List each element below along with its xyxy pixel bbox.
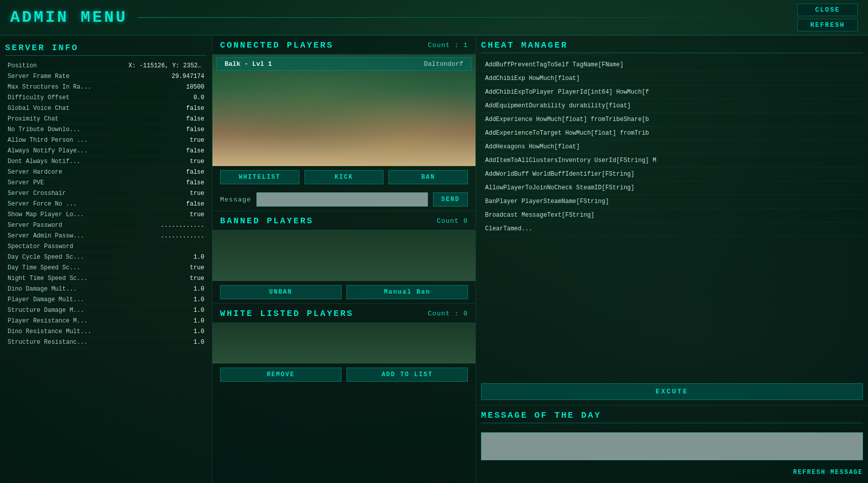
server-info-row: Allow Third Person ...true (5, 135, 207, 146)
server-info-row: Server Admin Passw............... (5, 231, 207, 242)
cheat-item[interactable]: AddItemToAllClustersInventory UserId[FSt… (481, 154, 863, 168)
unban-button[interactable]: UNBAN (220, 285, 341, 299)
kick-button[interactable]: KICK (305, 170, 384, 184)
server-info-panel: SERVER INFO PositionX: -115126, Y: 23528… (0, 35, 212, 483)
server-info-row: Server Password............ (5, 220, 207, 231)
info-label: Always Notify Playe... (8, 147, 88, 154)
info-value: 0.0 (193, 94, 204, 101)
server-info-row: Server Frame Rate29.947174 (5, 71, 207, 82)
server-info-row: No Tribute Downlo...false (5, 125, 207, 135)
whitelist-button[interactable]: WHITELIST (220, 170, 299, 184)
server-info-row: Server Force No ...false (5, 199, 207, 210)
cheat-manager-title: CHEAT MANAGER (481, 41, 863, 53)
info-label: Show Map Player Lo... (8, 211, 84, 218)
info-value: 1.0 (193, 307, 204, 314)
cheat-item[interactable]: AddEquipmentDurability durability[float] (481, 99, 863, 113)
execute-button[interactable]: EXCUTE (481, 383, 863, 400)
motd-panel: MESSAGE OF THE DAY REFRESH MESSAGE (476, 406, 868, 483)
info-value: true (190, 211, 204, 218)
whitelist-panel: WHITE LISTED PLAYERS Count : 0 REMOVE AD… (212, 304, 475, 483)
cheat-item[interactable]: AddExperience HowMuch[float] fromTribeSh… (481, 113, 863, 127)
server-info-row: Player Damage Mult...1.0 (5, 295, 207, 305)
cheat-item[interactable]: AddWorldBuff WorldBuffIdentifier[FString… (481, 168, 863, 181)
banned-players-header: BANNED PLAYERS Count 0 (212, 211, 475, 230)
cheat-item[interactable]: ClearTamed... (481, 222, 863, 236)
info-label: No Tribute Downlo... (8, 126, 80, 133)
whitelist-header: WHITE LISTED PLAYERS Count : 0 (212, 304, 475, 323)
server-info-row: Server Hardcorefalse (5, 167, 207, 178)
info-value: true (190, 264, 204, 271)
info-label: Structure Resistanc... (8, 339, 88, 346)
server-info-row: Server PVEfalse (5, 178, 207, 188)
info-value: false (186, 200, 204, 208)
info-value: ............ (161, 232, 204, 239)
cheat-item[interactable]: AddChibiExp HowMuch[float] (481, 72, 863, 86)
info-value: false (186, 169, 204, 176)
info-label: Server Frame Rate (8, 73, 69, 80)
info-label: Server Password (8, 222, 62, 229)
info-label: Server Force No ... (8, 200, 77, 208)
info-value: true (190, 190, 204, 197)
info-label: Global Voice Chat (8, 105, 69, 112)
cheat-item[interactable]: AddBuffPreventTagToSelf TagName[FName] (481, 58, 863, 72)
server-info-row: Player Resistance M...1.0 (5, 316, 207, 327)
send-button[interactable]: SEND (433, 192, 468, 207)
cheat-item[interactable]: AddExperienceToTarget HowMuch[float] fro… (481, 127, 863, 140)
cheat-item[interactable]: AllowPlayerToJoinNoCheck SteamID[FString… (481, 181, 863, 195)
cheat-manager-panel: CHEAT MANAGER AddBuffPreventTagToSelf Ta… (476, 35, 868, 406)
info-value: 1.0 (193, 254, 204, 261)
player-actions: WHITELIST KICK BAN (212, 166, 475, 188)
info-value: 1.0 (193, 328, 204, 335)
player-row[interactable]: Balk - Lvl 1 Daltondorf (216, 57, 471, 71)
server-info-row: Server Crosshairtrue (5, 188, 207, 199)
info-label: Player Damage Mult... (8, 296, 84, 303)
motd-input[interactable] (481, 432, 863, 460)
banned-players-panel: BANNED PLAYERS Count 0 UNBAN Manual Ban (212, 211, 475, 304)
server-info-row: Spectator Password (5, 242, 207, 252)
cheat-item[interactable]: AddChibiExpToPlayer PlayerId[int64] HowM… (481, 86, 863, 99)
manual-ban-button[interactable]: Manual Ban (346, 285, 468, 299)
info-label: Day Cycle Speed Sc... (8, 254, 84, 261)
banned-players-count: Count 0 (437, 217, 468, 225)
add-to-list-button[interactable]: ADD TO LIST (346, 368, 468, 382)
cheat-item[interactable]: Broadcast MessageText[FString] (481, 209, 863, 222)
server-info-row: Day Time Speed Sc...true (5, 263, 207, 273)
player-name: Balk - Lvl 1 (225, 60, 272, 68)
whitelist-title: WHITE LISTED PLAYERS (220, 309, 354, 318)
message-row: Message SEND (212, 188, 475, 211)
server-info-row: PositionX: -115126, Y: 235285, Z: -1086 (5, 61, 207, 71)
cheat-item[interactable]: BanPlayer PlayerSteamName[FString] (481, 195, 863, 209)
server-info-row: Structure Resistanc...1.0 (5, 337, 207, 348)
refresh-message-button[interactable]: REFRESH MESSAGE (481, 467, 863, 478)
cheat-list: AddBuffPreventTagToSelf TagName[FName]Ad… (481, 58, 863, 379)
server-info-row: Show Map Player Lo...true (5, 210, 207, 220)
info-label: Night Time Speed Sc... (8, 275, 88, 282)
info-label: Difficulty Offset (8, 94, 69, 101)
refresh-button[interactable]: REFRESH (797, 19, 858, 31)
server-info-row: Proximity Chatfalse (5, 114, 207, 125)
info-label: Allow Third Person ... (8, 137, 88, 144)
info-label: Position (8, 62, 37, 69)
server-info-row: Day Cycle Speed Sc...1.0 (5, 252, 207, 263)
player-view: Balk - Lvl 1 Daltondorf (212, 55, 475, 166)
header-divider (138, 17, 787, 18)
info-value: false (186, 105, 204, 112)
server-info-title: SERVER INFO (5, 43, 207, 56)
info-label: Day Time Speed Sc... (8, 264, 80, 271)
player-tribe: Daltondorf (424, 60, 463, 68)
admin-menu-title: ADMIN MENU (10, 8, 127, 27)
info-value: false (186, 115, 204, 123)
whitelist-actions: REMOVE ADD TO LIST (212, 364, 475, 386)
ban-button[interactable]: BAN (388, 170, 468, 184)
cheat-item[interactable]: AddHexagons HowMuch[float] (481, 140, 863, 154)
server-info-row: Structure Damage M...1.0 (5, 305, 207, 316)
info-label: Dont Always Notif... (8, 158, 80, 165)
server-info-row: Global Voice Chatfalse (5, 103, 207, 114)
remove-whitelist-button[interactable]: REMOVE (220, 368, 341, 382)
close-button[interactable]: CLOSE (797, 4, 858, 16)
info-value: 29.947174 (171, 73, 204, 80)
server-info-rows: PositionX: -115126, Y: 235285, Z: -1086S… (5, 61, 207, 348)
banned-player-actions: UNBAN Manual Ban (212, 281, 475, 303)
info-label: Spectator Password (8, 243, 73, 250)
message-input[interactable] (256, 192, 428, 207)
